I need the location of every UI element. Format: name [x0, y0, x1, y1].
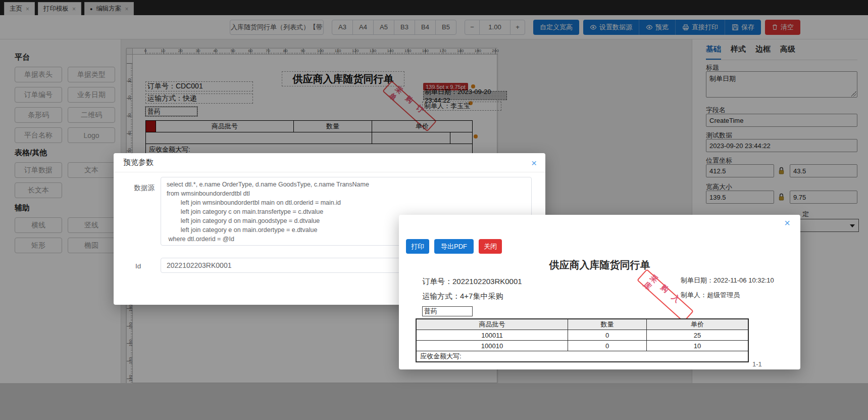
preview-doc-title: 供应商入库随货同行单: [399, 258, 800, 272]
modal-title: 预览参数: [123, 158, 154, 167]
cell-qty: 0: [568, 341, 647, 351]
cell-price: 10: [647, 341, 748, 351]
preview-transport: 运输方式：4+7集中采购: [422, 292, 503, 301]
modal-header: 预览参数: [114, 153, 545, 172]
page-number: 1-1: [752, 360, 762, 368]
print-preview-modal: × 打印 导出PDF 关闭 供应商入库随货同行单 订单号：2022102203R…: [399, 215, 800, 369]
cell-qty: 0: [568, 330, 647, 340]
id-label: Id: [135, 262, 141, 270]
table-row: 100011 0 25: [417, 330, 748, 341]
preview-table-header-row: 商品批号 数量 单价: [417, 319, 748, 330]
cell-batch: 100011: [417, 330, 568, 340]
preview-creator: 制单人：超级管理员: [681, 291, 740, 300]
cell-batch: 100010: [417, 341, 568, 351]
preview-header-price: 单价: [647, 319, 748, 330]
table-row: 100010 0 10: [417, 341, 748, 351]
close-icon[interactable]: ×: [784, 218, 790, 228]
close-preview-button[interactable]: 关闭: [479, 239, 502, 254]
preview-goods-type-box: 普药: [422, 306, 473, 316]
print-button[interactable]: 打印: [406, 239, 429, 254]
close-icon[interactable]: ×: [531, 158, 537, 168]
cell-price: 25: [647, 330, 748, 340]
app-root: 主页 × 打印模板 × ● 编辑方案 × A3 A4 A5 B3 B4 B5 −…: [0, 0, 868, 420]
preview-order-no: 订单号：2022102203RK0001: [422, 277, 522, 287]
preview-table-footer: 应收金额大写:: [417, 351, 748, 361]
datasource-label: 数据源: [123, 183, 155, 193]
preview-table: 商品批号 数量 单价 100011 0 25 100010 0 10 应收金额大…: [416, 318, 749, 362]
preview-create-date: 制单日期：2022-11-06 10:32:10: [681, 276, 774, 285]
preview-header-batch: 商品批号: [417, 319, 568, 330]
preview-header-qty: 数量: [568, 319, 647, 330]
export-pdf-button[interactable]: 导出PDF: [434, 239, 474, 254]
